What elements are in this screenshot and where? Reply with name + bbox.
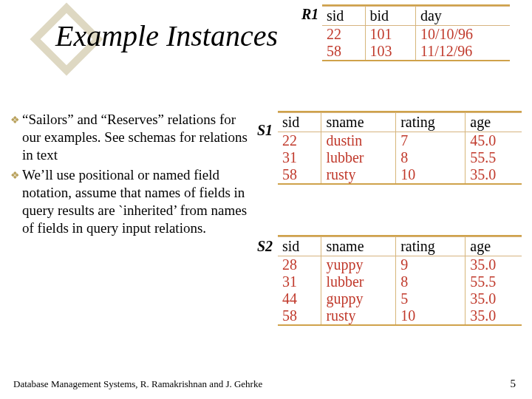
slide: Example Instances ❖ “Sailors” and “Reser… bbox=[0, 0, 532, 399]
table-cell: 31 bbox=[278, 273, 321, 290]
table-row: 28 yuppy 9 35.0 bbox=[278, 256, 522, 274]
table-row: 31 lubber 8 55.5 bbox=[278, 273, 522, 290]
bullet-marker-icon: ❖ bbox=[7, 111, 22, 163]
table-row: 58 rusty 10 35.0 bbox=[278, 307, 522, 324]
table-cell: 35.0 bbox=[466, 307, 522, 324]
table-row: 22 101 10/10/96 bbox=[322, 26, 510, 44]
table-header-row: sid sname rating age bbox=[278, 237, 522, 256]
table-cell: 9 bbox=[396, 256, 466, 274]
table-row: 58 103 11/12/96 bbox=[322, 43, 510, 60]
table-cell: 44 bbox=[278, 290, 321, 307]
table-cell: 8 bbox=[396, 149, 466, 166]
bullet-list: ❖ “Sailors” and “Reserves” relations for… bbox=[7, 111, 255, 239]
bullet-item: ❖ “Sailors” and “Reserves” relations for… bbox=[7, 111, 255, 163]
col-header: rating bbox=[396, 237, 466, 256]
page-title: Example Instances bbox=[55, 18, 278, 53]
bullet-item: ❖ We’ll use positional or named field no… bbox=[7, 166, 255, 236]
table-cell: 31 bbox=[278, 149, 321, 166]
col-header: sname bbox=[321, 113, 396, 132]
col-header: sid bbox=[322, 7, 365, 26]
col-header: age bbox=[466, 237, 522, 256]
table-cell: 5 bbox=[396, 290, 466, 307]
table-cell: 55.5 bbox=[466, 273, 522, 290]
table-label-s2: S2 bbox=[257, 238, 273, 255]
table-cell: 22 bbox=[322, 26, 365, 44]
col-header: sid bbox=[278, 113, 321, 132]
bullet-marker-icon: ❖ bbox=[7, 166, 22, 236]
table-cell: 10/10/96 bbox=[415, 26, 510, 44]
table-r1: sid bid day 22 101 10/10/96 58 103 11/12… bbox=[322, 4, 510, 61]
table-row: 58 rusty 10 35.0 bbox=[278, 166, 522, 183]
table-label-r1: R1 bbox=[301, 6, 318, 23]
page-number: 5 bbox=[511, 378, 516, 390]
table-cell: rusty bbox=[321, 166, 396, 183]
table-cell: 8 bbox=[396, 273, 466, 290]
table-header-row: sid sname rating age bbox=[278, 113, 522, 132]
table-cell: 22 bbox=[278, 132, 321, 150]
table-row: 22 dustin 7 45.0 bbox=[278, 132, 522, 150]
col-header: bid bbox=[365, 7, 415, 26]
table-cell: 101 bbox=[365, 26, 415, 44]
table-cell: 35.0 bbox=[466, 256, 522, 274]
table-header-row: sid bid day bbox=[322, 7, 510, 26]
table-cell: lubber bbox=[321, 273, 396, 290]
table-cell: 7 bbox=[396, 132, 466, 150]
table-s2: sid sname rating age 28 yuppy 9 35.0 31 … bbox=[278, 235, 522, 326]
table-cell: 28 bbox=[278, 256, 321, 274]
table-cell: rusty bbox=[321, 307, 396, 324]
table-cell: 58 bbox=[278, 166, 321, 183]
table-cell: lubber bbox=[321, 149, 396, 166]
table-cell: 58 bbox=[278, 307, 321, 324]
table-cell: 11/12/96 bbox=[415, 43, 510, 60]
table-cell: 35.0 bbox=[466, 290, 522, 307]
table-cell: 35.0 bbox=[466, 166, 522, 183]
table-cell: 45.0 bbox=[466, 132, 522, 150]
bullet-text: We’ll use positional or named field nota… bbox=[22, 166, 255, 236]
table-cell: 10 bbox=[396, 166, 466, 183]
table-label-s1: S1 bbox=[257, 122, 273, 139]
table-s1: sid sname rating age 22 dustin 7 45.0 31… bbox=[278, 111, 522, 185]
table-cell: dustin bbox=[321, 132, 396, 150]
col-header: rating bbox=[396, 113, 466, 132]
col-header: sid bbox=[278, 237, 321, 256]
footer-text: Database Management Systems, R. Ramakris… bbox=[13, 378, 262, 390]
table-cell: guppy bbox=[321, 290, 396, 307]
table-row: 31 lubber 8 55.5 bbox=[278, 149, 522, 166]
col-header: day bbox=[415, 7, 510, 26]
table-row: 44 guppy 5 35.0 bbox=[278, 290, 522, 307]
col-header: age bbox=[466, 113, 522, 132]
table-cell: 10 bbox=[396, 307, 466, 324]
table-cell: 55.5 bbox=[466, 149, 522, 166]
bullet-text: “Sailors” and “Reserves” relations for o… bbox=[22, 111, 255, 163]
col-header: sname bbox=[321, 237, 396, 256]
table-cell: 58 bbox=[322, 43, 365, 60]
table-cell: 103 bbox=[365, 43, 415, 60]
table-cell: yuppy bbox=[321, 256, 396, 274]
